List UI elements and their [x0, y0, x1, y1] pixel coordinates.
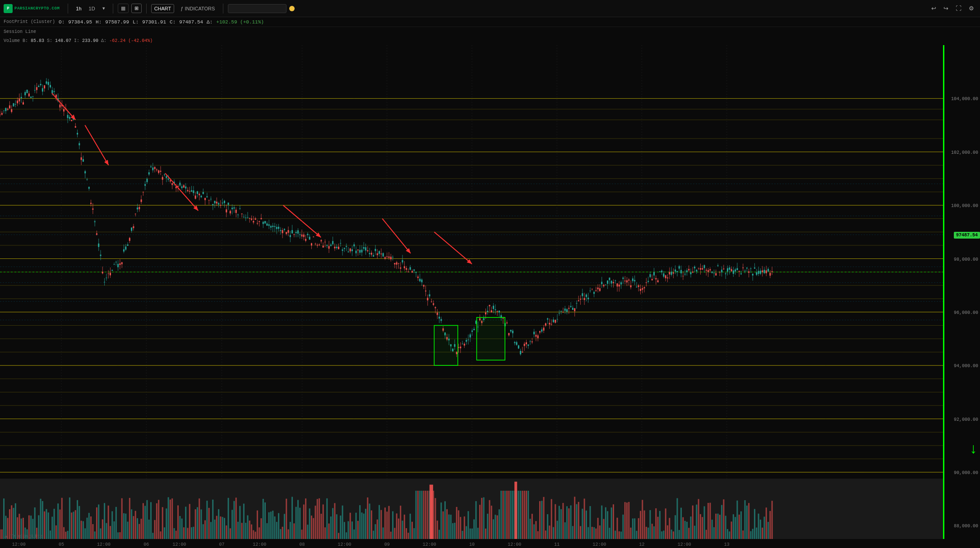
tf-1d[interactable]: 1D [86, 5, 98, 13]
logo-area: P PARSIANCRYPTO.COM [4, 4, 60, 13]
chart-label-btn[interactable]: CHART [151, 4, 175, 13]
open-label: O: [59, 19, 65, 25]
volume-label: Volume [4, 38, 20, 43]
footprint-label: FootPrint (Cluster) [4, 19, 55, 24]
redo-btn[interactable]: ↪ [941, 4, 951, 13]
low-label: L: [133, 19, 139, 25]
settings-btn[interactable]: ⚙ [966, 4, 976, 13]
delta-label-price: Δ: [207, 19, 213, 25]
indicators-btn[interactable]: ƒ INDICATORS [177, 5, 218, 13]
tf-dropdown[interactable]: ▾ [99, 4, 108, 13]
open-value: 97384.95 [68, 19, 92, 25]
logo-text: PARSIANCRYPTO.COM [14, 6, 60, 11]
low-value: 97301.91 [142, 19, 166, 25]
fullscreen-btn[interactable]: ⛶ [953, 4, 964, 13]
delta-value-vol: -62.24 (-42.04%) [109, 38, 153, 43]
current-price-badge: 97487.54 [954, 232, 980, 239]
session-line-label: Session Line [4, 29, 36, 34]
chart-type-candle[interactable]: ⊞ [131, 4, 142, 13]
chart-canvas[interactable] [0, 45, 980, 548]
close-label: C: [170, 19, 176, 25]
chart-label-text: CHART [154, 6, 171, 11]
price-info-row: FootPrint (Cluster) O: 97384.95 H: 97587… [0, 17, 980, 27]
toolbar: P PARSIANCRYPTO.COM 1h 1D ▾ ▦ ⊞ CHART ƒ … [0, 0, 980, 17]
delta-label-vol: Δ: [101, 38, 106, 43]
candle-icon: ⊞ [134, 5, 139, 11]
chart-type-bar[interactable]: ▦ [118, 4, 129, 13]
s-label: S: [47, 38, 52, 43]
tradinglite-logo: ▲ TradingLite [5, 534, 43, 539]
s-value: 148.07 [55, 38, 71, 43]
high-label: H: [96, 19, 102, 25]
delta-value: +102.59 (+0.11%) [216, 19, 264, 25]
undo-btn[interactable]: ↩ [929, 4, 938, 13]
session-row: Session Line [0, 27, 980, 36]
logo-icon: P [4, 4, 13, 13]
b-value: 85.83 [31, 38, 44, 43]
yellow-dot-indicator [289, 6, 295, 11]
tf-1h[interactable]: 1h [73, 5, 84, 13]
sep-4 [223, 4, 223, 14]
symbol-text [256, 6, 259, 11]
sep-1 [68, 4, 68, 14]
b-label: B: [23, 38, 28, 43]
toolbar-right: ↩ ↪ ⛶ ⚙ [929, 4, 976, 13]
volume-row: Volume B: 85.83 S: 148.07 I: 233.90 Δ: -… [0, 36, 980, 45]
sep-2 [113, 4, 113, 14]
main-chart[interactable]: 97487.54 ↓ ▲ TradingLite [0, 45, 980, 548]
indicators-label: INDICATORS [185, 6, 215, 11]
bar-chart-icon: ▦ [121, 5, 125, 11]
green-arrow-down-icon: ↓ [969, 441, 978, 458]
i-label: I: [74, 38, 79, 43]
timeframe-group: 1h 1D ▾ [73, 4, 108, 13]
sep-3 [146, 4, 147, 14]
high-value: 97587.99 [105, 19, 129, 25]
close-value: 97487.54 [179, 19, 203, 25]
func-icon: ƒ [180, 6, 183, 11]
symbol-display [228, 4, 287, 13]
i-value: 233.90 [82, 38, 98, 43]
